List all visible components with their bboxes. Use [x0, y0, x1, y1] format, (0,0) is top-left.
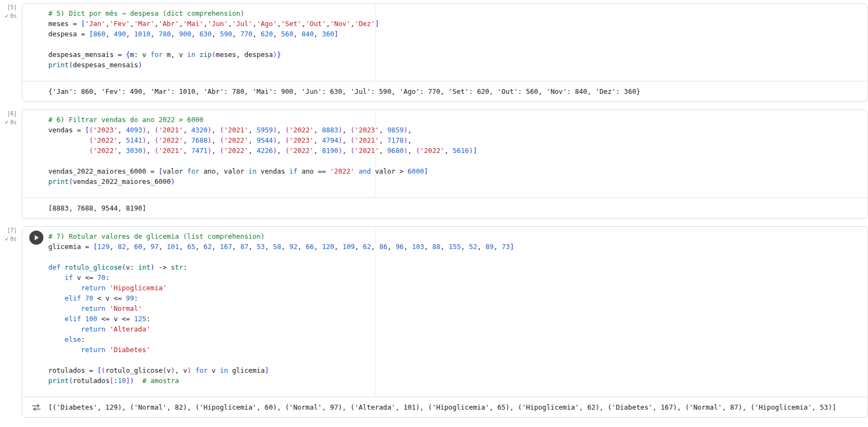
code-line: vendas = [('2023', 4093), ('2021', 4320)… [48, 125, 863, 135]
cell-status: ✓0s [5, 12, 22, 20]
code-line [48, 355, 863, 365]
output-text: [('Diabetes', 129), ('Normal', 82), ('Hi… [48, 403, 863, 412]
code-line: return 'Alterada' [48, 324, 863, 334]
success-check-icon: ✓ [5, 235, 9, 243]
code-line: print(vendas_2022_maiores_6000) [48, 176, 863, 187]
notebook-cell: [7]✓0s# 7) Rotular valores de glicemia (… [0, 226, 868, 418]
code-line: despesas_mensais = {m: v for m, v in zip… [48, 49, 863, 60]
code-editor[interactable]: # 7) Rotular valores de glicemia (list c… [22, 227, 867, 397]
code-cell[interactable]: # 7) Rotular valores de glicemia (list c… [22, 226, 868, 418]
code-line [48, 156, 863, 166]
play-icon [33, 234, 40, 241]
code-line: meses = ['Jan','Fev','Mar','Abr','Mai','… [48, 18, 863, 29]
cell-gutter: [6]✓0s [0, 110, 22, 219]
cell-output: [('Diabetes', 129), ('Normal', 82), ('Hi… [22, 397, 867, 417]
code-line: return 'Diabetes' [48, 345, 863, 355]
code-line: # 7) Rotular valores de glicemia (list c… [48, 231, 863, 241]
code-cell[interactable]: # 5) Dict por mês → despesa (dict compre… [22, 3, 868, 102]
code-line: print(despesas_mensais) [48, 60, 863, 70]
code-line: return 'Hipoglicemia' [48, 283, 863, 293]
code-line: elif 70 < v <= 99: [48, 293, 863, 303]
code-line: elif 100 <= v <= 125: [48, 314, 863, 324]
code-editor[interactable]: # 6) Filtrar vendas do ano 2022 > 6000ve… [22, 110, 867, 197]
run-cell-button[interactable] [29, 231, 43, 245]
output-text: [8883, 7688, 9544, 8190] [48, 203, 863, 213]
code-line: else: [48, 334, 863, 345]
code-line: if v <= 70: [48, 272, 863, 283]
code-line: ('2022', 5141), ('2022', 7688), ('2022',… [48, 135, 863, 145]
cell-output: {'Jan': 860, 'Fev': 490, 'Mar': 1010, 'A… [22, 81, 867, 101]
output-arrows-icon [31, 404, 41, 411]
execution-time: 0s [10, 236, 17, 242]
notebook: [5]✓0s# 5) Dict por mês → despesa (dict … [0, 0, 868, 418]
execution-count: [7] [5, 227, 22, 233]
code-line [48, 39, 863, 49]
cell-output: [8883, 7688, 9544, 8190] [22, 197, 867, 218]
code-line: # 5) Dict por mês → despesa (dict compre… [48, 8, 863, 18]
cell-gutter: [5]✓0s [0, 3, 22, 102]
cell-status: ✓0s [5, 235, 22, 243]
output-options-button[interactable] [30, 403, 42, 412]
code-line: # 6) Filtrar vendas do ano 2022 > 6000 [48, 114, 863, 125]
code-line: despesa = [860, 490, 1010, 780, 900, 630… [48, 29, 863, 39]
execution-count: [6] [5, 111, 22, 117]
cell-status: ✓0s [5, 119, 22, 126]
notebook-cell: [6]✓0s# 6) Filtrar vendas do ano 2022 > … [0, 110, 868, 219]
code-line: rotulados = [(rotulo_glicose(v), v) for … [48, 365, 863, 375]
success-check-icon: ✓ [5, 12, 9, 20]
execution-time: 0s [10, 119, 17, 125]
code-line: glicemia = [129, 82, 60, 97, 101, 65, 62… [48, 241, 863, 252]
code-line: def rotulo_glicose(v: int) -> str: [48, 262, 863, 272]
code-line [48, 252, 863, 262]
execution-count: [5] [5, 4, 22, 10]
code-cell[interactable]: # 6) Filtrar vendas do ano 2022 > 6000ve… [22, 110, 868, 219]
success-check-icon: ✓ [5, 119, 9, 126]
execution-time: 0s [10, 13, 17, 19]
code-line: return 'Normal' [48, 303, 863, 314]
code-line: ('2022', 3030), ('2021', 7471), ('2022',… [48, 145, 863, 156]
code-line: print(rotulados[:10]) # amostra [48, 375, 863, 386]
code-editor[interactable]: # 5) Dict por mês → despesa (dict compre… [22, 4, 867, 81]
notebook-cell: [5]✓0s# 5) Dict por mês → despesa (dict … [0, 3, 868, 102]
cell-gutter: [7]✓0s [0, 226, 22, 418]
code-line: vendas_2022_maiores_6000 = [valor for an… [48, 166, 863, 176]
output-text: {'Jan': 860, 'Fev': 490, 'Mar': 1010, 'A… [48, 87, 863, 96]
